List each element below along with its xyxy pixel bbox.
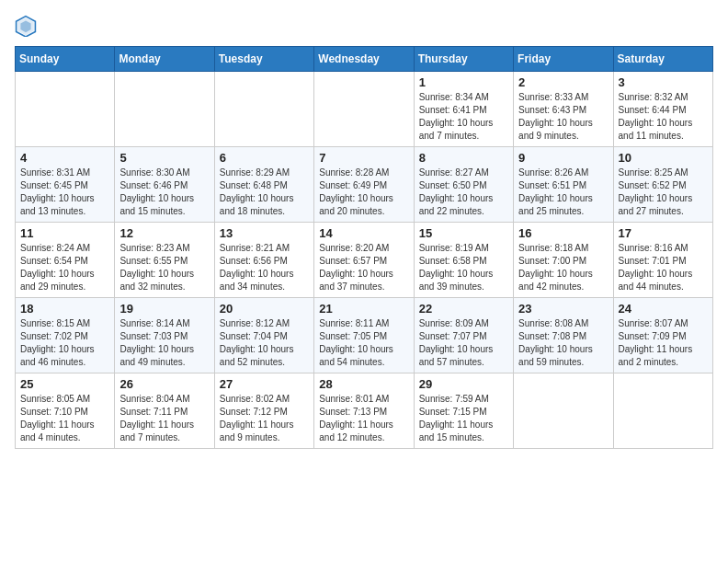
calendar-cell	[514, 373, 613, 449]
day-number: 26	[119, 377, 209, 391]
week-row-4: 18Sunrise: 8:15 AMSunset: 7:02 PMDayligh…	[16, 298, 713, 373]
calendar-cell: 20Sunrise: 8:12 AMSunset: 7:04 PMDayligh…	[214, 298, 313, 373]
calendar-cell: 18Sunrise: 8:15 AMSunset: 7:02 PMDayligh…	[16, 298, 115, 373]
day-info: Sunrise: 8:15 AMSunset: 7:02 PMDaylight:…	[20, 317, 109, 369]
day-header-sunday: Sunday	[16, 47, 115, 72]
calendar-cell: 3Sunrise: 8:32 AMSunset: 6:44 PMDaylight…	[613, 72, 712, 147]
day-info: Sunrise: 8:05 AMSunset: 7:10 PMDaylight:…	[20, 393, 109, 444]
day-number: 8	[419, 151, 508, 165]
day-info: Sunrise: 8:23 AMSunset: 6:55 PMDaylight:…	[119, 242, 209, 293]
day-info: Sunrise: 8:34 AMSunset: 6:41 PMDaylight:…	[419, 91, 508, 143]
day-number: 29	[419, 377, 508, 391]
calendar-cell: 22Sunrise: 8:09 AMSunset: 7:07 PMDayligh…	[414, 298, 513, 373]
calendar-cell: 27Sunrise: 8:02 AMSunset: 7:12 PMDayligh…	[214, 373, 313, 449]
calendar-cell: 16Sunrise: 8:18 AMSunset: 7:00 PMDayligh…	[514, 223, 613, 298]
day-header-tuesday: Tuesday	[214, 47, 313, 72]
calendar-cell: 1Sunrise: 8:34 AMSunset: 6:41 PMDaylight…	[414, 72, 513, 147]
day-number: 5	[119, 151, 209, 165]
day-number: 19	[119, 302, 209, 316]
week-row-5: 25Sunrise: 8:05 AMSunset: 7:10 PMDayligh…	[16, 373, 713, 449]
calendar-cell: 7Sunrise: 8:28 AMSunset: 6:49 PMDaylight…	[314, 147, 414, 223]
day-info: Sunrise: 8:04 AMSunset: 7:11 PMDaylight:…	[119, 393, 209, 444]
day-number: 12	[119, 226, 209, 240]
logo	[15, 15, 40, 37]
day-number: 16	[518, 226, 608, 240]
day-info: Sunrise: 8:26 AMSunset: 6:51 PMDaylight:…	[518, 167, 608, 218]
day-number: 28	[319, 377, 408, 391]
calendar-cell: 11Sunrise: 8:24 AMSunset: 6:54 PMDayligh…	[16, 223, 115, 298]
day-info: Sunrise: 8:09 AMSunset: 7:07 PMDaylight:…	[419, 317, 508, 369]
day-number: 17	[619, 226, 708, 240]
day-header-thursday: Thursday	[414, 47, 513, 72]
calendar-cell: 9Sunrise: 8:26 AMSunset: 6:51 PMDaylight…	[514, 147, 613, 223]
day-number: 21	[319, 302, 408, 316]
day-number: 11	[20, 226, 109, 240]
header	[15, 15, 713, 37]
day-header-monday: Monday	[115, 47, 214, 72]
calendar-cell: 2Sunrise: 8:33 AMSunset: 6:43 PMDaylight…	[514, 72, 613, 147]
day-info: Sunrise: 8:08 AMSunset: 7:08 PMDaylight:…	[518, 317, 608, 369]
day-number: 25	[20, 377, 109, 391]
day-number: 3	[619, 75, 708, 89]
calendar-cell	[16, 72, 115, 147]
calendar-cell: 8Sunrise: 8:27 AMSunset: 6:50 PMDaylight…	[414, 147, 513, 223]
day-number: 6	[220, 151, 309, 165]
day-info: Sunrise: 8:21 AMSunset: 6:56 PMDaylight:…	[220, 242, 309, 293]
day-info: Sunrise: 8:20 AMSunset: 6:57 PMDaylight:…	[319, 242, 408, 293]
day-number: 15	[419, 226, 508, 240]
day-info: Sunrise: 8:27 AMSunset: 6:50 PMDaylight:…	[419, 167, 508, 218]
day-number: 7	[319, 151, 408, 165]
day-info: Sunrise: 8:12 AMSunset: 7:04 PMDaylight:…	[220, 317, 309, 369]
day-number: 24	[619, 302, 708, 316]
calendar-cell: 10Sunrise: 8:25 AMSunset: 6:52 PMDayligh…	[613, 147, 712, 223]
day-number: 22	[419, 302, 508, 316]
calendar-cell	[115, 72, 214, 147]
calendar-cell: 29Sunrise: 7:59 AMSunset: 7:15 PMDayligh…	[414, 373, 513, 449]
day-info: Sunrise: 8:18 AMSunset: 7:00 PMDaylight:…	[518, 242, 608, 293]
day-header-wednesday: Wednesday	[314, 47, 414, 72]
day-info: Sunrise: 8:16 AMSunset: 7:01 PMDaylight:…	[619, 242, 708, 293]
day-number: 2	[518, 75, 608, 89]
day-number: 18	[20, 302, 109, 316]
day-info: Sunrise: 8:25 AMSunset: 6:52 PMDaylight:…	[619, 167, 708, 218]
day-info: Sunrise: 8:11 AMSunset: 7:05 PMDaylight:…	[319, 317, 408, 369]
day-info: Sunrise: 8:02 AMSunset: 7:12 PMDaylight:…	[220, 393, 309, 444]
calendar-cell: 24Sunrise: 8:07 AMSunset: 7:09 PMDayligh…	[613, 298, 712, 373]
day-number: 14	[319, 226, 408, 240]
calendar-cell: 23Sunrise: 8:08 AMSunset: 7:08 PMDayligh…	[514, 298, 613, 373]
day-info: Sunrise: 7:59 AMSunset: 7:15 PMDaylight:…	[419, 393, 508, 444]
week-row-3: 11Sunrise: 8:24 AMSunset: 6:54 PMDayligh…	[16, 223, 713, 298]
day-info: Sunrise: 8:31 AMSunset: 6:45 PMDaylight:…	[20, 167, 109, 218]
day-info: Sunrise: 8:07 AMSunset: 7:09 PMDaylight:…	[619, 317, 708, 369]
calendar-cell: 5Sunrise: 8:30 AMSunset: 6:46 PMDaylight…	[115, 147, 214, 223]
day-number: 10	[619, 151, 708, 165]
calendar-cell: 14Sunrise: 8:20 AMSunset: 6:57 PMDayligh…	[314, 223, 414, 298]
week-row-2: 4Sunrise: 8:31 AMSunset: 6:45 PMDaylight…	[16, 147, 713, 223]
calendar-cell: 19Sunrise: 8:14 AMSunset: 7:03 PMDayligh…	[115, 298, 214, 373]
calendar-cell	[613, 373, 712, 449]
calendar-cell	[214, 72, 313, 147]
day-number: 1	[419, 75, 508, 89]
day-header-friday: Friday	[514, 47, 613, 72]
calendar-cell: 17Sunrise: 8:16 AMSunset: 7:01 PMDayligh…	[613, 223, 712, 298]
header-row: SundayMondayTuesdayWednesdayThursdayFrid…	[16, 47, 713, 72]
calendar-cell: 12Sunrise: 8:23 AMSunset: 6:55 PMDayligh…	[115, 223, 214, 298]
calendar-cell: 4Sunrise: 8:31 AMSunset: 6:45 PMDaylight…	[16, 147, 115, 223]
calendar-cell: 25Sunrise: 8:05 AMSunset: 7:10 PMDayligh…	[16, 373, 115, 449]
calendar-cell: 13Sunrise: 8:21 AMSunset: 6:56 PMDayligh…	[214, 223, 313, 298]
day-number: 9	[518, 151, 608, 165]
day-info: Sunrise: 8:19 AMSunset: 6:58 PMDaylight:…	[419, 242, 508, 293]
day-number: 27	[220, 377, 309, 391]
day-info: Sunrise: 8:29 AMSunset: 6:48 PMDaylight:…	[220, 167, 309, 218]
calendar-table: SundayMondayTuesdayWednesdayThursdayFrid…	[15, 46, 713, 449]
day-info: Sunrise: 8:24 AMSunset: 6:54 PMDaylight:…	[20, 242, 109, 293]
day-info: Sunrise: 8:30 AMSunset: 6:46 PMDaylight:…	[119, 167, 209, 218]
day-info: Sunrise: 8:32 AMSunset: 6:44 PMDaylight:…	[619, 91, 708, 143]
calendar-cell: 26Sunrise: 8:04 AMSunset: 7:11 PMDayligh…	[115, 373, 214, 449]
day-number: 23	[518, 302, 608, 316]
week-row-1: 1Sunrise: 8:34 AMSunset: 6:41 PMDaylight…	[16, 72, 713, 147]
logo-icon	[15, 15, 37, 37]
calendar-cell: 28Sunrise: 8:01 AMSunset: 7:13 PMDayligh…	[314, 373, 414, 449]
day-number: 13	[220, 226, 309, 240]
day-info: Sunrise: 8:33 AMSunset: 6:43 PMDaylight:…	[518, 91, 608, 143]
